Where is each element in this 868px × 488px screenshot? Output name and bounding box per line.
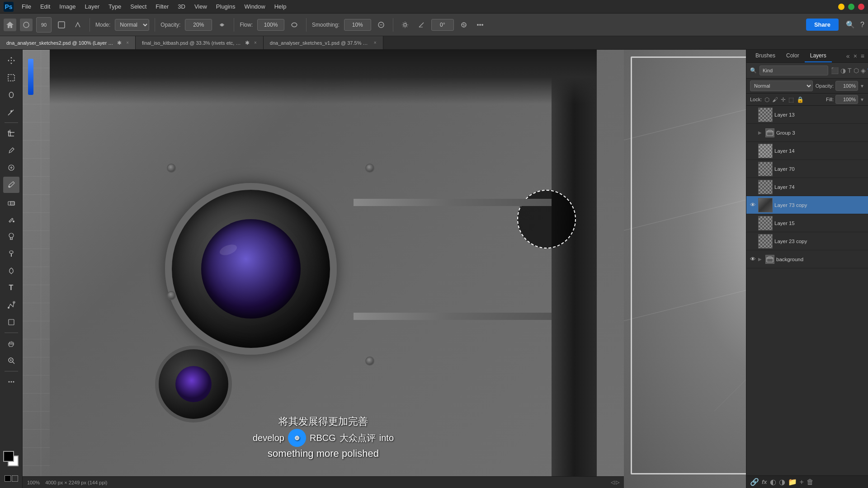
minimize-button[interactable] [838,4,844,10]
fill-input[interactable] [835,95,858,104]
lock-artboard-icon[interactable]: ⬚ [788,96,794,103]
layer-74-vis-icon[interactable] [749,183,756,191]
layer-item-group3[interactable]: ▶ Group 3 [746,124,868,142]
layer-item-70[interactable]: Layer 70 [746,160,868,178]
menu-layer[interactable]: Layer [80,1,104,12]
swatch-container[interactable] [3,451,19,467]
layer-73copy-vis-icon[interactable]: 👁 [749,202,756,209]
brush-tool[interactable] [20,19,33,31]
panel-menu-icon[interactable]: ≡ [861,52,864,60]
layer-item-14[interactable]: Layer 14 [746,142,868,160]
new-layer-icon[interactable]: + [800,478,804,486]
select-rect-tool[interactable] [3,70,19,86]
smoothing-icon[interactable] [375,19,387,31]
menu-window[interactable]: Window [240,1,269,12]
hand-tool[interactable] [3,335,19,352]
crop-tool[interactable] [3,125,19,141]
color-standard-mode[interactable] [12,475,18,482]
tab-brushes[interactable]: Brushes [750,50,781,62]
close-button[interactable] [858,4,864,10]
share-button[interactable]: Share [806,19,839,31]
fill-chevron[interactable]: ▼ [860,97,864,102]
tab-1[interactable]: dna_analyser_sketches2.psd @ 100% (Layer… [0,36,136,49]
layer-item-13[interactable]: Layer 13 [746,106,868,124]
flow-input[interactable] [257,19,284,31]
brush-size-display[interactable]: 90 [36,17,52,33]
smart-filter-icon[interactable]: ◈ [861,67,866,74]
lock-all-icon[interactable]: 🔒 [797,96,804,103]
color-quick-mask[interactable] [5,475,11,482]
add-mask-icon[interactable]: ◐ [770,478,776,486]
dodge-tool[interactable] [3,245,19,262]
tab-2-close[interactable]: × [254,40,257,45]
group-3-expand-icon[interactable]: ▶ [758,130,764,135]
layer-item-74[interactable]: Layer 74 [746,178,868,196]
opacity-input[interactable] [185,19,212,31]
tab-color[interactable]: Color [781,50,805,62]
menu-file[interactable]: File [17,1,36,12]
tab-2[interactable]: final_iso_kitbash.psd @ 33.3% (rivets et… [136,36,264,49]
group-icon[interactable]: 📁 [788,478,797,486]
layer-13-vis-icon[interactable] [749,111,756,118]
more-tools[interactable] [3,374,19,390]
symmetry-icon[interactable] [458,19,470,31]
layers-opacity-input[interactable] [835,81,858,91]
fx-icon[interactable]: fx [762,479,767,485]
link-layers-icon[interactable]: 🔗 [750,478,759,486]
lock-position-icon[interactable]: ✛ [781,96,786,103]
collapse-left-icon[interactable]: « [846,52,850,60]
type-filter-icon[interactable]: T [848,67,852,74]
layer-70-vis-icon[interactable] [749,165,756,173]
tab-layers[interactable]: Layers [805,50,832,62]
pressure-icon[interactable] [71,19,84,31]
pen-tool[interactable] [3,263,19,279]
zoom-tool[interactable] [3,352,19,369]
layer-15-vis-icon[interactable] [749,220,756,227]
extra-icon[interactable] [474,19,486,31]
help-icon[interactable]: ? [860,21,864,29]
menu-edit[interactable]: Edit [36,1,55,12]
shape-tool[interactable] [3,314,19,330]
maximize-button[interactable] [848,4,854,10]
flow-icon[interactable] [288,19,301,31]
lock-transparent-icon[interactable]: ⬡ [764,96,769,103]
opacity-toggle-icon[interactable] [216,19,228,31]
eraser-tool[interactable] [3,194,19,210]
layer-item-15[interactable]: Layer 15 [746,214,868,232]
delete-layer-icon[interactable]: 🗑 [807,478,814,486]
tab-3[interactable]: dna_analyser_sketches_v1.psd @ 37.5% (2,… [264,36,383,49]
brush-tool-left[interactable] [3,177,19,193]
shape-filter-icon[interactable]: ⬡ [854,67,859,74]
canvas-area[interactable]: 将其发展得更加完善 develop ⊕ RBCG 大众点评 into somet… [23,50,624,488]
adjust-filter-icon[interactable]: ◑ [840,67,846,74]
tab-3-close[interactable]: × [374,40,377,45]
layer-item-73copy[interactable]: 👁 Layer 73 copy [746,196,868,214]
home-tool[interactable] [4,19,16,31]
angle-icon[interactable] [415,19,428,31]
lasso-tool[interactable] [3,87,19,103]
layer-item-23copy[interactable]: Layer 23 copy [746,232,868,250]
layers-kind-input[interactable] [760,66,828,75]
brush-type-icon[interactable] [55,19,68,31]
foreground-swatch[interactable] [3,451,14,462]
mode-select[interactable]: Normal Multiply Screen Overlay [115,19,149,31]
layers-opacity-chevron[interactable]: ▼ [860,84,864,89]
angle-input[interactable] [431,19,454,31]
group-3-vis-icon[interactable] [749,129,756,136]
paint-bucket-tool[interactable] [3,211,19,227]
layers-blend-mode-select[interactable]: Normal Multiply Screen [750,80,813,91]
menu-plugins[interactable]: Plugins [212,1,240,12]
blur-tool[interactable] [3,228,19,244]
menu-view[interactable]: View [190,1,212,12]
layer-14-vis-icon[interactable] [749,147,756,155]
layer-item-background[interactable]: 👁 ▶ background [746,250,868,268]
magic-wand-tool[interactable] [3,104,19,120]
healing-tool[interactable] [3,160,19,176]
menu-3d[interactable]: 3D [173,1,190,12]
panel-close-icon[interactable]: × [854,52,857,60]
path-select-tool[interactable] [3,297,19,313]
menu-image[interactable]: Image [55,1,80,12]
search-icon[interactable]: 🔍 [846,20,855,29]
menu-type[interactable]: Type [104,1,126,12]
lock-image-icon[interactable]: 🖌 [772,96,778,103]
